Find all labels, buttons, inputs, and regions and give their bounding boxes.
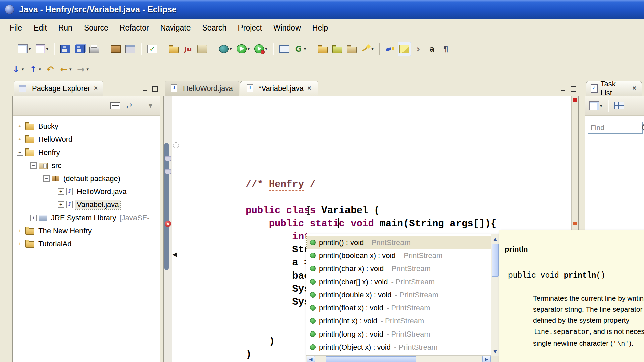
dropdown-arrow-icon[interactable] bbox=[22, 67, 24, 72]
close-icon[interactable]: × bbox=[93, 84, 99, 92]
tab-helloword-java[interactable]: HelloWord.java bbox=[165, 81, 239, 96]
task-list-tab[interactable]: Task List × bbox=[586, 81, 642, 96]
view-menu-button[interactable]: ▼ bbox=[144, 99, 157, 112]
scroll-up-button[interactable]: ▲ bbox=[491, 235, 499, 243]
tree-item-helloword-java[interactable]: + HelloWord.java bbox=[13, 185, 160, 198]
scrollbar-thumb[interactable] bbox=[492, 244, 499, 277]
link-with-editor-button[interactable]: ⇄ bbox=[123, 99, 136, 112]
new-window-button[interactable] bbox=[278, 42, 291, 56]
dropdown-arrow-icon[interactable] bbox=[46, 46, 49, 51]
dropdown-arrow-icon[interactable] bbox=[600, 103, 602, 108]
dropdown-arrow-icon[interactable] bbox=[87, 67, 89, 72]
tree-item-src[interactable]: − src bbox=[13, 159, 160, 172]
last-edit-location-button[interactable]: ↶ bbox=[44, 62, 56, 77]
find-input[interactable] bbox=[588, 122, 643, 134]
completion-item[interactable]: println(double x) : void - PrintStream bbox=[307, 288, 491, 301]
package-explorer-tab[interactable]: Package Explorer × bbox=[14, 81, 103, 96]
completion-item[interactable]: println() : void - PrintStream bbox=[307, 236, 491, 249]
vertical-scrollbar[interactable]: ▲ ▼ bbox=[491, 234, 499, 356]
menu-run[interactable]: Run bbox=[53, 21, 78, 35]
completion-item[interactable]: println(boolean x) : void - PrintStream bbox=[307, 249, 491, 262]
collapse-all-button[interactable] bbox=[109, 99, 122, 112]
new-task-button[interactable] bbox=[588, 99, 604, 112]
dropdown-arrow-icon[interactable] bbox=[230, 46, 232, 51]
menu-window[interactable]: Window bbox=[268, 21, 307, 35]
javadoc-button[interactable] bbox=[196, 42, 209, 56]
next-match-button[interactable]: › bbox=[412, 42, 425, 56]
show-whitespace-button[interactable]: ¶ bbox=[440, 42, 452, 56]
dropdown-arrow-icon[interactable] bbox=[304, 46, 306, 51]
fold-collapse-icon[interactable]: − bbox=[173, 142, 179, 148]
expand-toggle-icon[interactable]: + bbox=[30, 215, 37, 221]
maximize-button[interactable] bbox=[150, 85, 159, 93]
tree-item-tutorialad[interactable]: + TutorialAd bbox=[13, 237, 160, 250]
tree-item-variabel-java[interactable]: + Variabel.java bbox=[13, 198, 160, 211]
tree-item-default-package[interactable]: − (default package) bbox=[13, 172, 160, 185]
scroll-left-button[interactable]: ◀ bbox=[307, 356, 315, 362]
completion-item[interactable]: println(char[] x) : void - PrintStream bbox=[307, 275, 491, 288]
save-all-button[interactable] bbox=[73, 42, 86, 56]
expand-toggle-icon[interactable]: + bbox=[58, 201, 64, 208]
new-task-check-button[interactable]: ✓ bbox=[146, 42, 159, 56]
save-button[interactable] bbox=[59, 42, 72, 56]
minimize-button[interactable] bbox=[140, 85, 149, 93]
menu-edit[interactable]: Edit bbox=[28, 21, 53, 35]
console-button[interactable] bbox=[124, 42, 137, 56]
quick-assist-button[interactable] bbox=[360, 42, 375, 56]
build-all-button[interactable] bbox=[109, 42, 122, 56]
junit-button[interactable]: Ju bbox=[182, 42, 194, 56]
menu-refactor[interactable]: Refactor bbox=[114, 21, 155, 35]
close-icon[interactable]: × bbox=[632, 84, 637, 92]
folding-ruler[interactable] bbox=[172, 96, 179, 362]
expand-toggle-icon[interactable]: + bbox=[17, 136, 23, 142]
minimize-button[interactable] bbox=[558, 85, 568, 93]
back-button[interactable]: ← bbox=[58, 62, 73, 77]
horizontal-scrollbar[interactable]: ◀ ▶ bbox=[306, 355, 491, 362]
show-source-button[interactable]: a bbox=[426, 42, 438, 56]
debug-button[interactable] bbox=[217, 42, 234, 56]
close-icon[interactable]: × bbox=[307, 84, 312, 92]
dropdown-arrow-icon[interactable] bbox=[39, 67, 41, 72]
dropdown-arrow-icon[interactable] bbox=[29, 46, 31, 51]
expand-toggle-icon[interactable]: − bbox=[30, 162, 37, 169]
completion-item[interactable]: println(Object x) : void - PrintStream bbox=[307, 341, 491, 354]
expand-toggle-icon[interactable]: − bbox=[43, 175, 50, 182]
search-button[interactable] bbox=[384, 42, 396, 56]
scroll-down-button[interactable]: ▼ bbox=[491, 347, 499, 355]
tree-item-bucky[interactable]: + Bucky bbox=[13, 120, 160, 133]
minimize-button[interactable] bbox=[642, 85, 644, 93]
scrollbar-thumb[interactable] bbox=[326, 356, 416, 362]
print-button[interactable] bbox=[88, 42, 101, 56]
open-type-button[interactable]: G bbox=[292, 42, 308, 56]
run-external-button[interactable] bbox=[253, 42, 269, 56]
dropdown-arrow-icon[interactable] bbox=[265, 46, 267, 51]
menu-search[interactable]: Search bbox=[197, 21, 232, 35]
menu-project[interactable]: Project bbox=[232, 21, 268, 35]
categorized-view-button[interactable] bbox=[613, 99, 626, 112]
tree-item-the-new-henfry[interactable]: + The New Henfry bbox=[13, 224, 160, 237]
tree-item-jre-system-library[interactable]: + JRE System Library [JavaSE- bbox=[13, 211, 160, 224]
expand-toggle-icon[interactable]: + bbox=[17, 241, 23, 247]
previous-annotation-button[interactable]: ↑ bbox=[27, 62, 43, 77]
next-annotation-button[interactable]: ↓ bbox=[10, 62, 26, 77]
open-file-button[interactable] bbox=[331, 42, 344, 56]
menu-file[interactable]: File bbox=[4, 21, 28, 35]
expand-toggle-icon[interactable]: + bbox=[17, 123, 23, 129]
menu-navigate[interactable]: Navigate bbox=[155, 21, 197, 35]
new-wizard-button[interactable] bbox=[16, 42, 33, 56]
completion-item[interactable]: println(char x) : void - PrintStream bbox=[307, 262, 491, 275]
open-resource-button[interactable] bbox=[316, 42, 329, 56]
tree-item-helloword[interactable]: + HelloWord bbox=[13, 133, 160, 146]
new-java-project-button[interactable] bbox=[167, 42, 180, 56]
completion-item[interactable]: println(long x) : void - PrintStream bbox=[307, 327, 491, 341]
dropdown-arrow-icon[interactable] bbox=[69, 67, 72, 72]
dropdown-arrow-icon[interactable] bbox=[371, 46, 374, 51]
mark-occurrences-button[interactable] bbox=[398, 42, 411, 56]
dropdown-arrow-icon[interactable] bbox=[248, 46, 250, 51]
completion-item[interactable]: println(int x) : void - PrintStream bbox=[307, 314, 491, 327]
open-project-button[interactable] bbox=[345, 42, 358, 56]
tab-variabel-java[interactable]: *Variabel.java × bbox=[240, 81, 318, 96]
tree-item-henfry[interactable]: − Henfry bbox=[13, 146, 160, 159]
completion-item[interactable]: println(float x) : void - PrintStream bbox=[307, 301, 491, 314]
expand-toggle-icon[interactable]: + bbox=[58, 188, 64, 195]
